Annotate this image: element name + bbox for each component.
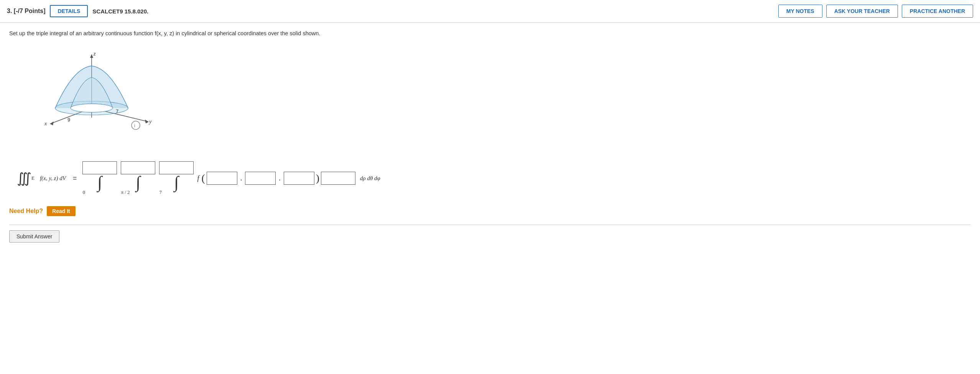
svg-text:9: 9 xyxy=(67,117,70,123)
upper-limit-2-input[interactable] xyxy=(121,161,155,174)
integral-symbol-2: ∫ xyxy=(136,175,140,189)
problem-description: Set up the triple integral of an arbitra… xyxy=(9,30,971,38)
close-paren: ) xyxy=(316,173,319,184)
svg-point-14 xyxy=(132,121,140,130)
arg2-input[interactable] xyxy=(245,172,276,185)
open-paren: ( xyxy=(201,173,205,184)
integrand-label: f(x, y, z) dV xyxy=(40,175,66,182)
comma-2: , xyxy=(279,175,280,182)
section-divider xyxy=(9,225,971,225)
ask-teacher-button[interactable]: ASK YOUR TEACHER xyxy=(826,5,898,18)
comma-1: , xyxy=(240,175,242,182)
need-help-section: Need Help? Read It xyxy=(9,206,971,216)
f-symbol: f xyxy=(197,174,199,182)
svg-text:i: i xyxy=(134,123,135,128)
lower-limit-3: 7 xyxy=(158,189,162,195)
arg1-input[interactable] xyxy=(207,172,237,185)
svg-text:y: y xyxy=(148,119,152,125)
triple-integral-symbol: ∭ xyxy=(17,171,31,185)
practice-another-button[interactable]: PRACTICE ANOTHER xyxy=(902,5,973,18)
svg-marker-4 xyxy=(145,120,149,123)
equals-sign: = xyxy=(73,174,77,182)
arg3-input[interactable] xyxy=(284,172,314,185)
svg-point-11 xyxy=(71,104,113,112)
lower-limit-2: π / 2 xyxy=(120,189,130,195)
integral-symbol-1: ∫ xyxy=(97,175,102,189)
second-integral-group: ∫ π / 2 xyxy=(120,161,156,195)
upper-limit-1-input[interactable] xyxy=(82,161,117,174)
svg-text:z: z xyxy=(93,51,96,57)
svg-marker-7 xyxy=(50,121,54,125)
details-button[interactable]: DETAILS xyxy=(50,5,88,17)
svg-text:7: 7 xyxy=(116,108,118,114)
integral-symbol-3: ∫ xyxy=(174,175,179,189)
lower-limit-1: 0 xyxy=(82,189,85,195)
diagram-svg: z y x 7 9 i xyxy=(32,45,155,152)
first-integral-group: ∫ 0 xyxy=(82,161,118,195)
differential-label: dρ dθ dφ xyxy=(360,175,380,182)
header-actions: MY NOTES ASK YOUR TEACHER PRACTICE ANOTH… xyxy=(778,5,973,18)
upper-limit-3-input[interactable] xyxy=(159,161,194,174)
question-number: 3. [-/7 Points] xyxy=(7,8,45,15)
svg-text:x: x xyxy=(44,121,47,126)
read-it-button[interactable]: Read It xyxy=(47,206,76,216)
submit-answer-button[interactable]: Submit Answer xyxy=(9,230,59,243)
svg-marker-1 xyxy=(90,54,93,58)
integral-area: ∭ E f(x, y, z) dV = ∫ 0 ∫ π / 2 ∫ 7 f ( … xyxy=(9,161,971,195)
subscript-e: E xyxy=(31,175,35,181)
need-help-text: Need Help? xyxy=(9,208,43,215)
function-value-input[interactable] xyxy=(321,172,355,185)
content-area: Set up the triple integral of an arbitra… xyxy=(0,23,980,252)
my-notes-button[interactable]: MY NOTES xyxy=(778,5,822,18)
problem-id: SCALCET9 15.8.020. xyxy=(92,8,773,15)
diagram-area: z y x 7 9 i xyxy=(9,45,971,152)
problem-header: 3. [-/7 Points] DETAILS SCALCET9 15.8.02… xyxy=(0,0,980,23)
third-integral-group: ∫ 7 xyxy=(158,161,194,195)
